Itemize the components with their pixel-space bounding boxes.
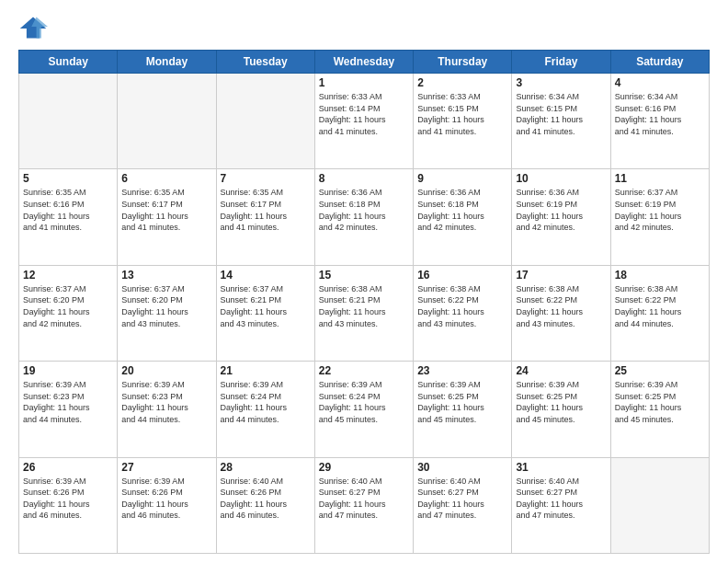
day-info: Sunrise: 6:40 AM Sunset: 6:27 PM Dayligh… (516, 476, 606, 522)
day-number: 21 (221, 364, 311, 377)
day-info: Sunrise: 6:36 AM Sunset: 6:18 PM Dayligh… (319, 187, 409, 233)
week-row-3: 12Sunrise: 6:37 AM Sunset: 6:20 PM Dayli… (19, 265, 710, 361)
week-row-2: 5Sunrise: 6:35 AM Sunset: 6:16 PM Daylig… (19, 169, 710, 265)
day-info: Sunrise: 6:37 AM Sunset: 6:19 PM Dayligh… (615, 187, 705, 233)
logo-icon (18, 15, 48, 40)
calendar-cell: 15Sunrise: 6:38 AM Sunset: 6:21 PM Dayli… (314, 265, 413, 361)
day-number: 15 (319, 269, 409, 282)
day-number: 11 (615, 172, 705, 185)
day-number: 8 (319, 172, 409, 185)
day-info: Sunrise: 6:35 AM Sunset: 6:16 PM Dayligh… (23, 187, 113, 233)
weekday-header-monday: Monday (118, 51, 216, 74)
calendar-cell: 8Sunrise: 6:36 AM Sunset: 6:18 PM Daylig… (314, 169, 413, 265)
day-info: Sunrise: 6:38 AM Sunset: 6:21 PM Dayligh… (319, 283, 409, 329)
day-number: 18 (615, 269, 705, 282)
weekday-header-saturday: Saturday (610, 51, 709, 74)
weekday-header-tuesday: Tuesday (216, 51, 314, 74)
weekday-header-wednesday: Wednesday (314, 51, 413, 74)
day-number: 28 (221, 461, 311, 474)
calendar-cell: 6Sunrise: 6:35 AM Sunset: 6:17 PM Daylig… (118, 169, 216, 265)
calendar-cell: 4Sunrise: 6:34 AM Sunset: 6:16 PM Daylig… (610, 74, 709, 169)
week-row-4: 19Sunrise: 6:39 AM Sunset: 6:23 PM Dayli… (19, 362, 710, 457)
day-number: 12 (23, 269, 113, 282)
day-number: 26 (23, 461, 113, 474)
day-number: 22 (319, 364, 409, 377)
day-number: 29 (319, 461, 409, 474)
day-info: Sunrise: 6:39 AM Sunset: 6:23 PM Dayligh… (23, 379, 113, 425)
day-info: Sunrise: 6:33 AM Sunset: 6:15 PM Dayligh… (417, 91, 507, 137)
day-number: 7 (221, 172, 311, 185)
calendar-cell: 10Sunrise: 6:36 AM Sunset: 6:19 PM Dayli… (512, 169, 610, 265)
day-info: Sunrise: 6:40 AM Sunset: 6:26 PM Dayligh… (221, 476, 311, 522)
day-info: Sunrise: 6:40 AM Sunset: 6:27 PM Dayligh… (319, 476, 409, 522)
calendar-cell: 16Sunrise: 6:38 AM Sunset: 6:22 PM Dayli… (414, 265, 512, 361)
calendar-cell: 28Sunrise: 6:40 AM Sunset: 6:26 PM Dayli… (216, 457, 314, 553)
calendar-cell: 9Sunrise: 6:36 AM Sunset: 6:18 PM Daylig… (414, 169, 512, 265)
calendar-cell: 3Sunrise: 6:34 AM Sunset: 6:15 PM Daylig… (512, 74, 610, 169)
weekday-header-friday: Friday (512, 51, 610, 74)
day-number: 9 (417, 172, 507, 185)
calendar-cell: 23Sunrise: 6:39 AM Sunset: 6:25 PM Dayli… (414, 362, 512, 457)
day-info: Sunrise: 6:39 AM Sunset: 6:25 PM Dayligh… (615, 379, 705, 425)
day-info: Sunrise: 6:39 AM Sunset: 6:24 PM Dayligh… (319, 379, 409, 425)
calendar-cell: 13Sunrise: 6:37 AM Sunset: 6:20 PM Dayli… (118, 265, 216, 361)
header (18, 15, 710, 40)
calendar-cell: 5Sunrise: 6:35 AM Sunset: 6:16 PM Daylig… (19, 169, 118, 265)
day-number: 31 (516, 461, 606, 474)
day-number: 1 (319, 76, 409, 89)
day-number: 20 (121, 364, 211, 377)
day-number: 27 (121, 461, 211, 474)
day-number: 5 (23, 172, 113, 185)
day-number: 2 (417, 76, 507, 89)
day-info: Sunrise: 6:37 AM Sunset: 6:20 PM Dayligh… (121, 283, 211, 329)
day-info: Sunrise: 6:37 AM Sunset: 6:21 PM Dayligh… (221, 283, 311, 329)
day-number: 23 (417, 364, 507, 377)
calendar-cell: 2Sunrise: 6:33 AM Sunset: 6:15 PM Daylig… (414, 74, 512, 169)
day-info: Sunrise: 6:36 AM Sunset: 6:18 PM Dayligh… (417, 187, 507, 233)
day-number: 13 (121, 269, 211, 282)
calendar-cell: 24Sunrise: 6:39 AM Sunset: 6:25 PM Dayli… (512, 362, 610, 457)
calendar-cell (118, 74, 216, 169)
day-info: Sunrise: 6:34 AM Sunset: 6:16 PM Dayligh… (615, 91, 705, 137)
day-number: 17 (516, 269, 606, 282)
day-info: Sunrise: 6:39 AM Sunset: 6:25 PM Dayligh… (516, 379, 606, 425)
day-info: Sunrise: 6:38 AM Sunset: 6:22 PM Dayligh… (615, 283, 705, 329)
calendar-cell: 21Sunrise: 6:39 AM Sunset: 6:24 PM Dayli… (216, 362, 314, 457)
calendar-cell: 29Sunrise: 6:40 AM Sunset: 6:27 PM Dayli… (314, 457, 413, 553)
day-number: 4 (615, 76, 705, 89)
calendar-cell: 12Sunrise: 6:37 AM Sunset: 6:20 PM Dayli… (19, 265, 118, 361)
calendar-cell: 27Sunrise: 6:39 AM Sunset: 6:26 PM Dayli… (118, 457, 216, 553)
day-info: Sunrise: 6:39 AM Sunset: 6:25 PM Dayligh… (417, 379, 507, 425)
day-info: Sunrise: 6:39 AM Sunset: 6:26 PM Dayligh… (23, 476, 113, 522)
calendar-cell: 11Sunrise: 6:37 AM Sunset: 6:19 PM Dayli… (610, 169, 709, 265)
day-info: Sunrise: 6:36 AM Sunset: 6:19 PM Dayligh… (516, 187, 606, 233)
calendar-cell: 1Sunrise: 6:33 AM Sunset: 6:14 PM Daylig… (314, 74, 413, 169)
day-number: 6 (121, 172, 211, 185)
day-info: Sunrise: 6:33 AM Sunset: 6:14 PM Dayligh… (319, 91, 409, 137)
calendar-cell: 30Sunrise: 6:40 AM Sunset: 6:27 PM Dayli… (414, 457, 512, 553)
day-number: 10 (516, 172, 606, 185)
logo (18, 15, 51, 40)
calendar-cell: 31Sunrise: 6:40 AM Sunset: 6:27 PM Dayli… (512, 457, 610, 553)
calendar-cell: 25Sunrise: 6:39 AM Sunset: 6:25 PM Dayli… (610, 362, 709, 457)
calendar-cell: 7Sunrise: 6:35 AM Sunset: 6:17 PM Daylig… (216, 169, 314, 265)
day-info: Sunrise: 6:40 AM Sunset: 6:27 PM Dayligh… (417, 476, 507, 522)
weekday-header-thursday: Thursday (414, 51, 512, 74)
calendar-cell (610, 457, 709, 553)
day-info: Sunrise: 6:35 AM Sunset: 6:17 PM Dayligh… (121, 187, 211, 233)
day-number: 3 (516, 76, 606, 89)
day-info: Sunrise: 6:39 AM Sunset: 6:26 PM Dayligh… (121, 476, 211, 522)
calendar-cell (216, 74, 314, 169)
calendar-cell: 22Sunrise: 6:39 AM Sunset: 6:24 PM Dayli… (314, 362, 413, 457)
week-row-5: 26Sunrise: 6:39 AM Sunset: 6:26 PM Dayli… (19, 457, 710, 553)
calendar-cell: 17Sunrise: 6:38 AM Sunset: 6:22 PM Dayli… (512, 265, 610, 361)
week-row-1: 1Sunrise: 6:33 AM Sunset: 6:14 PM Daylig… (19, 74, 710, 169)
day-info: Sunrise: 6:35 AM Sunset: 6:17 PM Dayligh… (221, 187, 311, 233)
day-info: Sunrise: 6:39 AM Sunset: 6:23 PM Dayligh… (121, 379, 211, 425)
day-info: Sunrise: 6:38 AM Sunset: 6:22 PM Dayligh… (417, 283, 507, 329)
day-number: 24 (516, 364, 606, 377)
calendar-cell: 14Sunrise: 6:37 AM Sunset: 6:21 PM Dayli… (216, 265, 314, 361)
page: SundayMondayTuesdayWednesdayThursdayFrid… (0, 0, 728, 563)
calendar-cell (19, 74, 118, 169)
day-number: 25 (615, 364, 705, 377)
